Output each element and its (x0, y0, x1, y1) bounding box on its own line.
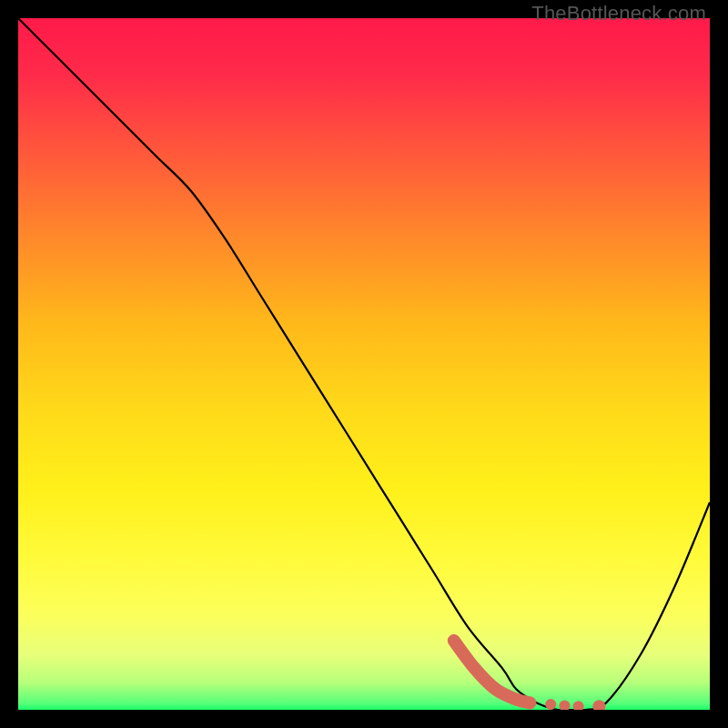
chart-gradient-background (18, 18, 710, 710)
watermark-text: TheBottleneck.com (531, 2, 706, 25)
